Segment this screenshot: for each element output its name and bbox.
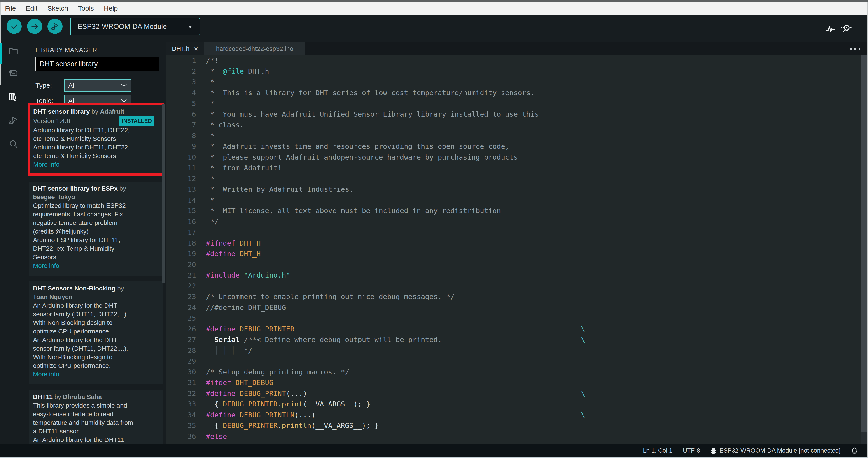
sidebar-item-debug[interactable] [8,115,19,125]
code-line [166,281,861,292]
debug-button[interactable] [48,19,63,34]
menu-edit[interactable]: Edit [26,4,37,12]
chevron-down-icon [121,84,127,87]
library-description-line: sensor family (DHT11, DHT22,...). [33,344,160,353]
library-description-line: a DHT11 sensor. [33,427,160,436]
library-card-title: DHT11 by Dhruba Saha [33,393,160,401]
library-card-title: beegee_tokyo [33,193,160,201]
folder-icon [8,46,19,56]
library-books-icon [8,91,19,102]
verify-button[interactable] [6,19,22,34]
library-description-line: Arduino ESP library for DHT11, [33,236,160,245]
library-card-title: DHT sensor library for ESPx by [33,184,160,193]
code-line: #ifndef DHT_H [166,238,861,249]
library-card-title: Toan Nguyen [33,293,160,301]
more-actions-icon[interactable] [850,42,860,55]
sidebar-item-library-manager[interactable] [8,91,19,102]
sidebar-item-boards-manager[interactable] [8,67,19,78]
code-line: /* Uncomment to enable printing out nice… [166,291,861,302]
code-area[interactable]: 1234567891011121314151617181920212223242… [166,55,867,445]
code-line: #include "Arduino.h" [166,270,861,281]
library-description-line: (credits @helijunky) [33,227,160,236]
library-version-row: Version 1.4.6INSTALLED [33,116,159,126]
code-line: //#define DHT_DEBUG [166,302,861,313]
code-line [166,313,861,324]
library-card[interactable]: DHT sensor library for ESPx bybeegee_tok… [29,181,163,276]
code-line: * [166,77,861,87]
more-info-link[interactable]: More info [33,262,160,270]
code-line: { DEBUG_PRINTER.println(__VA_ARGS__); } [166,420,861,431]
code-line: #define DHT_H [166,249,861,259]
serial-plotter-icon[interactable] [825,23,836,34]
library-card[interactable]: DHT11 by Dhruba SahaThis library provide… [29,390,163,445]
library-card-title: DHT sensor library by Adafruit [33,107,159,116]
sidebar-item-search[interactable] [8,139,19,149]
library-description-line: easy-to-use interface to read [33,410,160,419]
active-view-indicator [0,43,2,64]
window-right-border [867,2,868,458]
library-list: DHT sensor library by AdafruitVersion 1.… [27,103,165,445]
library-card[interactable]: DHT sensor library by AdafruitVersion 1.… [28,103,164,176]
code-line: * [166,131,861,141]
tab-sketch[interactable]: hardcoded-dht22-esp32.ino [204,42,305,55]
close-icon[interactable]: × [194,45,198,53]
panel-scrollbar[interactable] [162,104,165,283]
board-selector[interactable]: ESP32-WROOM-DA Module [70,18,200,35]
code-line: * MIT license, all text above must be in… [166,205,861,216]
menu-file[interactable]: File [5,4,16,12]
board-status[interactable]: ESP32-WROOM-DA Module [not connected] [710,447,840,454]
library-description-line: etc Temp & Humidity Sensors [33,152,159,160]
code-line: * from Adafruit! [166,163,861,173]
right-arrow-icon [30,22,39,31]
library-description-line: With Non-Blocking design to [33,353,160,362]
panel-title: LIBRARY MANAGER [35,47,97,54]
tab-dht-h[interactable]: DHT.h × [166,42,204,55]
tab-label: DHT.h [172,45,189,53]
cursor-position[interactable]: Ln 1, Col 1 [643,447,673,454]
installed-badge: INSTALLED [119,116,154,126]
chevron-down-icon [187,25,193,28]
chevron-down-icon [121,99,127,103]
sidebar-item-sketchbook[interactable] [8,46,19,56]
board-icon [8,67,19,78]
code-line: │ │ │ │ */ [166,345,861,356]
code-line: */ [166,216,861,227]
search-input[interactable] [35,57,159,71]
code-line: * [166,98,861,109]
library-description-line: Sensors [33,253,160,262]
type-label: Type: [35,79,52,91]
encoding-indicator[interactable]: UTF-8 [683,447,700,454]
library-description-line: An Arduino library for the DHT [33,336,160,344]
scrollbar-thumb[interactable] [861,55,867,432]
code-line: /* Setup debug printing macros. */ [166,367,861,377]
code-line: Serial /**< Define where debug output wi… [166,334,861,345]
window-bottom-border [0,457,868,458]
upload-button[interactable] [27,19,42,34]
serial-monitor-icon[interactable] [840,23,852,34]
menu-tools[interactable]: Tools [78,4,94,12]
more-info-link[interactable]: More info [33,160,159,169]
library-description-line: Arduino library for DHT11, DHT22, [33,126,159,135]
code-line: * class. [166,120,861,131]
library-card-title: DHT Sensors Non-Blocking by [33,284,160,293]
library-card[interactable]: DHT Sensors Non-Blocking byToan NguyenAn… [29,282,163,384]
library-description-line: optimize CPU performance. [33,327,160,336]
search-icon [8,139,19,149]
more-info-link[interactable]: More info [33,370,160,379]
library-version: Version 1.4.6 [33,117,70,125]
menu-help[interactable]: Help [104,4,118,12]
bell-icon[interactable] [851,447,858,455]
code-line: * This is a library for DHT series of lo… [166,87,861,98]
library-description-line: An Arduino library for the DHT11 [33,436,160,444]
library-description-line: Arduino library for DHT11, DHT22, [33,143,159,152]
type-select[interactable]: All [64,79,131,91]
library-description-line: With Non-Blocking design to [33,318,160,327]
code-line [166,356,861,367]
menu-sketch[interactable]: Sketch [48,4,68,12]
editor: DHT.h × hardcoded-dht22-esp32.ino 123456… [166,42,867,445]
library-description-line: sensor family (DHT11, DHT22,...). [33,310,160,318]
tab-label: hardcoded-dht22-esp32.ino [216,45,293,53]
editor-scrollbar[interactable] [861,55,867,445]
type-select-value: All [68,82,75,89]
code-line: #define DEBUG_PRINT(...)\ [166,388,861,399]
